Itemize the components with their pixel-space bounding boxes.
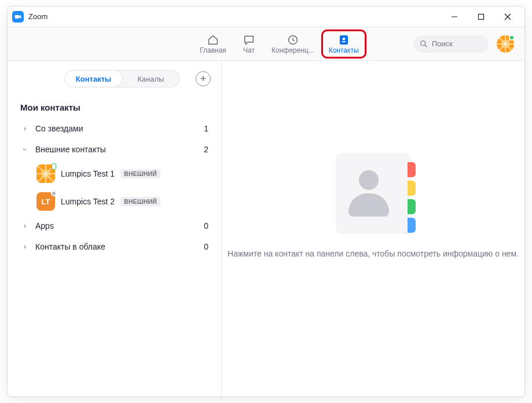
chevron-right-icon: › — [20, 243, 30, 251]
contacts-sidebar: Контакты Каналы + Мои контакты › Со звез… — [8, 61, 222, 397]
svg-point-7 — [342, 37, 345, 40]
titlebar: Zoom — [8, 6, 524, 27]
group-apps-count: 0 — [204, 221, 208, 230]
svg-point-8 — [421, 41, 425, 45]
maximize-button[interactable] — [468, 8, 494, 25]
clock-icon — [287, 34, 299, 46]
group-apps-label: Apps — [35, 221, 54, 230]
group-external-label: Внешние контакты — [35, 145, 106, 154]
empty-contact-illustration — [336, 153, 411, 234]
group-cloud-count: 0 — [204, 242, 208, 251]
contact-detail-empty: Нажмите на контакт на панели слева, чтоб… — [222, 61, 524, 397]
group-starred[interactable]: › Со звездами 1 — [8, 118, 221, 139]
nav-meetings-label: Конференц... — [271, 46, 314, 54]
group-cloud-label: Контакты в облаке — [35, 242, 105, 251]
nav-meetings[interactable]: Конференц... — [269, 30, 317, 58]
external-badge: ВНЕШНИЙ — [120, 169, 160, 178]
group-external-count: 2 — [204, 145, 208, 154]
app-window: Zoom Главная Чат Конференц.. — [7, 6, 525, 397]
group-apps[interactable]: › Apps 0 — [8, 215, 221, 236]
contacts-tab-highlight: Контакты — [321, 30, 366, 58]
contact-name: Lumpics Test 2 — [61, 197, 115, 206]
contact-row-1[interactable]: Lumpics Test 1 ВНЕШНИЙ — [8, 160, 221, 188]
nav-chat[interactable]: Чат — [233, 30, 265, 58]
profile-avatar[interactable] — [497, 35, 514, 53]
svg-rect-2 — [479, 14, 484, 19]
chevron-right-icon: › — [20, 124, 30, 133]
nav-home-label: Главная — [200, 46, 226, 54]
svg-rect-0 — [15, 15, 19, 19]
nav-tabs: Главная Чат Конференц... Контакты — [197, 30, 366, 58]
contact-name: Lumpics Test 1 — [61, 169, 115, 178]
search-icon — [419, 39, 428, 49]
nav-home[interactable]: Главная — [197, 30, 229, 58]
main-toolbar: Главная Чат Конференц... Контакты — [8, 27, 524, 61]
presence-offline-icon — [51, 190, 57, 196]
nav-chat-label: Чат — [243, 46, 255, 54]
presence-mobile-icon — [52, 163, 56, 170]
close-button[interactable] — [494, 8, 521, 25]
external-badge: ВНЕШНИЙ — [120, 197, 160, 206]
content-area: Контакты Каналы + Мои контакты › Со звез… — [8, 61, 524, 397]
group-cloud[interactable]: › Контакты в облаке 0 — [8, 236, 221, 257]
window-title: Zoom — [28, 12, 47, 21]
tab-channels[interactable]: Каналы — [122, 71, 179, 87]
contacts-channels-toggle: Контакты Каналы — [64, 70, 180, 87]
empty-state-hint: Нажмите на контакт на панели слева, чтоб… — [228, 249, 519, 258]
home-icon — [207, 34, 219, 46]
zoom-app-icon — [12, 11, 24, 23]
sidebar-top-row: Контакты Каналы + — [8, 67, 221, 92]
search-placeholder: Поиск — [432, 39, 453, 48]
nav-contacts-label: Контакты — [329, 46, 359, 54]
my-contacts-heading: Мои контакты — [8, 92, 221, 118]
group-external[interactable]: › Внешние контакты 2 — [8, 139, 221, 160]
chevron-right-icon: › — [20, 222, 30, 230]
minimize-button[interactable] — [441, 8, 468, 25]
contact-avatar — [36, 164, 55, 183]
contact-initials: LT — [42, 197, 50, 206]
add-contact-button[interactable]: + — [196, 71, 211, 86]
contact-row-2[interactable]: LT Lumpics Test 2 ВНЕШНИЙ — [8, 188, 221, 215]
contact-avatar: LT — [36, 192, 55, 211]
group-starred-count: 1 — [204, 124, 208, 133]
contacts-icon — [337, 34, 350, 46]
window-controls — [441, 8, 521, 25]
svg-line-9 — [425, 45, 427, 47]
tab-contacts[interactable]: Контакты — [65, 71, 122, 87]
search-input[interactable]: Поиск — [413, 35, 489, 53]
chat-icon — [243, 34, 255, 46]
presence-indicator — [509, 35, 515, 41]
toolbar-right: Поиск — [413, 35, 514, 53]
plus-icon: + — [200, 74, 207, 84]
group-starred-label: Со звездами — [35, 124, 83, 133]
chevron-down-icon: › — [21, 145, 29, 154]
nav-contacts[interactable]: Контакты — [326, 32, 361, 56]
